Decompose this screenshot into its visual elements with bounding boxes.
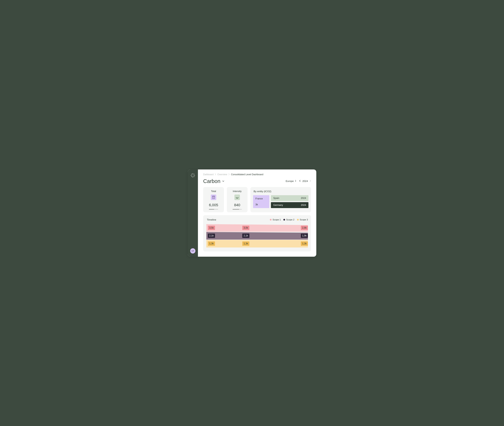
legend-scope1: Scope 1 (270, 219, 281, 221)
sidebar: GF (188, 170, 198, 257)
entity-value: 3k (255, 203, 267, 206)
title-dropdown[interactable]: Carbon (203, 178, 224, 184)
legend-scope2: Scope 2 (283, 219, 294, 221)
svg-point-2 (191, 175, 191, 176)
desktop-frame: GF Dahboard Overview Consolidated Level … (180, 159, 324, 267)
plant-icon (235, 195, 240, 200)
chevron-right-icon (215, 173, 216, 176)
svg-point-8 (193, 174, 193, 175)
breadcrumb-item-current: Consolidated Level Dashboard (231, 173, 263, 176)
legend: Scope 1 Scope 2 Scope 3 (270, 219, 308, 221)
calculator-icon (211, 195, 216, 200)
app-logo-icon[interactable] (190, 173, 196, 178)
chevron-right-icon (228, 173, 230, 176)
breadcrumb: Dahboard Overview Consolidated Level Das… (203, 173, 311, 176)
header-controls: Europe 2024 (286, 180, 311, 183)
svg-point-20 (213, 198, 213, 199)
metric-label: Intensity (233, 190, 242, 193)
entity-grid: France 3k Spain 2024 Germany 2024 (253, 195, 308, 208)
svg-point-6 (191, 176, 192, 177)
metric-progress (209, 209, 218, 210)
entity-card: By entity (tCO2) France 3k Spain 2024 (250, 187, 311, 212)
svg-point-17 (213, 198, 213, 198)
entity-title: By entity (tCO2) (253, 190, 308, 193)
svg-point-14 (213, 197, 213, 198)
avatar[interactable]: GF (190, 248, 195, 254)
timeline-row-scope3: 1,3k 1,3k 1,3k (206, 240, 308, 248)
timeline-row-scope1: 3,5k 3,0k 2,8k (206, 224, 308, 232)
data-label: 2,8k (301, 226, 308, 230)
entity-row-spain[interactable]: Spain 2024 (271, 195, 308, 201)
entity-year: 2024 (301, 197, 306, 199)
entity-primary[interactable]: France 3k (253, 195, 269, 208)
breadcrumb-item[interactable]: Dahboard (203, 173, 214, 176)
metric-progress (233, 209, 242, 210)
timeline-header: Timeline Scope 1 Scope 2 Scope 3 (206, 218, 308, 221)
avatar-initials: GF (192, 250, 194, 252)
legend-scope3: Scope 3 (297, 219, 308, 221)
breadcrumb-item[interactable]: Overview (217, 173, 227, 176)
metric-value: 840 (234, 203, 240, 207)
entity-name: Spain (273, 197, 279, 199)
data-label: 1,3k (208, 241, 215, 246)
app-window: GF Dahboard Overview Consolidated Level … (188, 170, 316, 257)
data-label: 1,9k (301, 234, 308, 238)
region-selector[interactable]: Europe (286, 180, 296, 183)
data-label: 1,3k (242, 241, 249, 246)
year-next-button[interactable] (310, 180, 311, 183)
svg-point-11 (193, 175, 194, 176)
svg-point-7 (194, 176, 194, 177)
svg-point-4 (191, 174, 192, 174)
svg-point-1 (193, 177, 193, 177)
svg-point-18 (214, 198, 214, 198)
svg-point-15 (214, 197, 214, 198)
dot-icon (270, 219, 272, 220)
entity-year: 2024 (301, 204, 306, 206)
dot-icon (297, 219, 299, 220)
timeline-card: Timeline Scope 1 Scope 2 Scope 3 3,5k 3,… (203, 215, 311, 251)
data-label: 2,1k (208, 234, 215, 238)
entity-row-germany[interactable]: Germany 2024 (271, 202, 308, 208)
data-label: 3,0k (242, 226, 249, 230)
dot-icon (283, 219, 285, 220)
svg-point-10 (192, 175, 192, 176)
title-row: Carbon Europe (203, 178, 311, 184)
data-label: 1,3k (301, 241, 308, 246)
timeline-chart: 3,5k 3,0k 2,8k 2,1k 2,1k 1,9k (206, 224, 308, 248)
entity-name: France (255, 197, 267, 200)
timeline-row-scope2: 2,1k 2,1k 1,9k (206, 232, 308, 240)
year-navigator: 2024 (299, 180, 311, 183)
cards-row: Total 6,005 Intensity 840 By e (203, 187, 311, 212)
intensity-card[interactable]: Intensity 840 (227, 187, 248, 212)
metric-label: Total (211, 190, 216, 193)
data-label: 2,1k (242, 234, 249, 238)
data-label: 3,5k (208, 226, 215, 230)
svg-point-16 (214, 197, 214, 198)
chevron-down-icon (222, 180, 224, 182)
svg-point-5 (194, 174, 194, 174)
page-title: Carbon (203, 178, 220, 184)
svg-point-3 (194, 175, 195, 176)
main-content: Dahboard Overview Consolidated Level Das… (198, 170, 316, 257)
svg-rect-13 (213, 196, 214, 197)
entity-rows: Spain 2024 Germany 2024 (271, 195, 308, 208)
metric-value: 6,005 (209, 203, 218, 207)
svg-point-0 (193, 173, 193, 174)
sort-icon (295, 180, 296, 183)
year-value: 2024 (302, 180, 308, 183)
entity-name: Germany (273, 204, 283, 206)
svg-point-19 (214, 198, 214, 198)
total-card[interactable]: Total 6,005 (203, 187, 224, 212)
svg-point-9 (193, 176, 193, 177)
svg-point-22 (214, 198, 214, 199)
timeline-title: Timeline (206, 218, 216, 221)
svg-point-21 (214, 198, 214, 199)
region-label: Europe (286, 180, 294, 183)
year-prev-button[interactable] (299, 180, 301, 183)
